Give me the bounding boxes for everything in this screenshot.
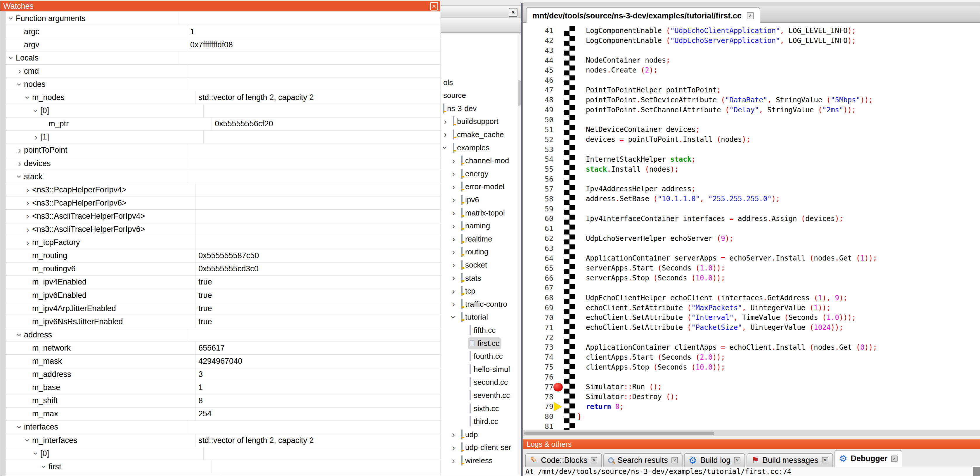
watch-row[interactable]: ›m_max254 <box>6 407 440 421</box>
tree-item-naming[interactable]: ›naming <box>441 220 517 232</box>
line-number[interactable]: 48 <box>523 96 554 104</box>
tree-item-fourth-cc[interactable]: fourth.cc <box>441 350 517 363</box>
chevron-collapsed-icon[interactable]: › <box>442 130 449 139</box>
line-number[interactable]: 76 <box>523 373 554 381</box>
chevron-collapsed-icon[interactable]: › <box>24 226 31 233</box>
watch-row[interactable]: ›m_routingv60x5555555cd3c0 <box>6 262 440 276</box>
tree-item-examples[interactable]: ›examples <box>441 141 517 154</box>
chevron-collapsed-icon[interactable]: › <box>450 300 457 308</box>
watch-row[interactable]: ›nodes <box>6 78 440 91</box>
logs-tab-search-results[interactable]: Search results✕ <box>603 453 682 466</box>
tree-item-udp[interactable]: ›udp <box>441 428 517 441</box>
tree-item-wireless[interactable]: ›wireless <box>441 454 517 467</box>
tree-item-first-cc[interactable]: first.cc <box>441 337 517 350</box>
chevron-collapsed-icon[interactable]: › <box>24 212 31 220</box>
line-number[interactable]: 69 <box>523 303 554 312</box>
watch-row[interactable]: ›argc1 <box>6 25 440 38</box>
chevron-expanded-icon[interactable]: › <box>16 424 23 431</box>
chevron-collapsed-icon[interactable]: › <box>450 287 457 296</box>
chevron-collapsed-icon[interactable]: › <box>450 260 457 269</box>
line-number[interactable]: 62 <box>523 234 554 243</box>
code-area[interactable]: 41 LogComponentEnable ("UdpEchoClientApp… <box>523 23 980 430</box>
watch-row[interactable]: ›[1] <box>6 131 440 144</box>
chevron-expanded-icon[interactable]: › <box>41 463 48 470</box>
tree-item-udp-client-ser[interactable]: ›udp-client-ser <box>441 441 517 454</box>
chevron-expanded-icon[interactable]: › <box>16 331 23 338</box>
close-icon[interactable]: ✕ <box>891 455 897 462</box>
tree-item-ns-3-dev[interactable]: ns-3-dev <box>441 102 517 115</box>
chevron-expanded-icon[interactable]: › <box>8 15 15 22</box>
watch-row[interactable]: ›devices <box>6 157 440 170</box>
chevron-collapsed-icon[interactable]: › <box>16 147 23 154</box>
line-number[interactable]: 70 <box>523 313 554 322</box>
line-number[interactable]: 45 <box>523 66 554 75</box>
line-number[interactable]: 66 <box>523 274 554 283</box>
line-number[interactable]: 53 <box>523 145 554 154</box>
close-icon[interactable]: ✕ <box>509 8 517 17</box>
line-number[interactable]: 50 <box>523 115 554 124</box>
tree-item-matrix-topol[interactable]: ›matrix-topol <box>441 206 517 219</box>
chevron-collapsed-icon[interactable]: › <box>450 222 457 230</box>
chevron-expanded-icon[interactable]: › <box>32 450 40 457</box>
chevron-collapsed-icon[interactable]: › <box>450 248 457 256</box>
watch-row[interactable]: ›[0] <box>6 447 440 460</box>
chevron-expanded-icon[interactable]: › <box>24 437 31 444</box>
watch-row[interactable]: ›m_base1 <box>6 381 440 395</box>
watch-row[interactable]: ›m_ptr0x5555555ca660 <box>6 473 440 476</box>
watch-row[interactable]: ›<ns3::AsciiTraceHelperForIpv6> <box>6 223 440 236</box>
line-number[interactable]: 65 <box>523 264 554 273</box>
watch-row[interactable]: ›<ns3::PcapHelperForIpv4> <box>6 183 440 196</box>
watch-row[interactable]: ›<ns3::PcapHelperForIpv6> <box>6 196 440 210</box>
chevron-collapsed-icon[interactable]: › <box>442 117 449 126</box>
line-number[interactable]: 71 <box>523 323 554 332</box>
chevron-collapsed-icon[interactable]: › <box>450 456 457 465</box>
logs-tab-build-messages[interactable]: ⚑Build messages✕ <box>746 453 833 466</box>
chevron-expanded-icon[interactable]: › <box>8 54 15 61</box>
watch-row[interactable]: ›[0] <box>6 104 440 118</box>
panel-splitter[interactable] <box>521 3 523 476</box>
line-number[interactable]: 43 <box>523 46 554 55</box>
line-number[interactable]: 67 <box>523 284 554 292</box>
watches-titlebar[interactable]: Watches ✕ <box>0 1 440 11</box>
watch-row[interactable]: ›m_tcpFactory <box>6 236 440 249</box>
close-icon[interactable]: ✕ <box>591 457 597 463</box>
close-icon[interactable]: ✕ <box>430 2 438 11</box>
tree-item-ipv6[interactable]: ›ipv6 <box>441 193 517 206</box>
tree-item-error-model[interactable]: ›error-model <box>441 180 517 193</box>
line-number[interactable]: 81 <box>523 422 554 430</box>
chevron-collapsed-icon[interactable]: › <box>450 274 457 283</box>
watch-row[interactable]: ›m_mask4294967040 <box>6 355 440 368</box>
tree-item-tcp[interactable]: ›tcp <box>441 285 517 298</box>
resize-grip[interactable] <box>972 466 980 476</box>
watch-row[interactable]: ›m_routing0x555555587c50 <box>6 249 440 262</box>
line-number[interactable]: 58 <box>523 195 554 203</box>
logs-tab-code-blocks[interactable]: ✎Code::Blocks✕ <box>525 453 602 466</box>
chevron-expanded-icon[interactable]: › <box>24 94 31 101</box>
line-number[interactable]: 80 <box>523 412 554 421</box>
line-number[interactable]: 55 <box>523 165 554 173</box>
tree-item-third-cc[interactable]: third.cc <box>441 415 517 428</box>
tree-item-cmake-cache[interactable]: ›cmake_cache <box>441 128 517 141</box>
close-icon[interactable]: ✕ <box>671 457 678 463</box>
line-number[interactable]: 64 <box>523 254 554 262</box>
line-number[interactable]: 75 <box>523 363 554 371</box>
chevron-expanded-icon[interactable]: › <box>449 313 458 321</box>
watch-row[interactable]: ›<ns3::AsciiTraceHelperForIpv4> <box>6 210 440 223</box>
line-number[interactable]: 77 <box>523 383 554 391</box>
line-number[interactable]: 73 <box>523 343 554 351</box>
chevron-collapsed-icon[interactable]: › <box>450 195 457 204</box>
line-number[interactable]: 51 <box>523 125 554 134</box>
tree-item-buildsupport[interactable]: ›buildsupport <box>441 115 517 128</box>
watch-row[interactable]: ›cmd <box>6 65 440 78</box>
chevron-collapsed-icon[interactable]: › <box>450 169 457 178</box>
watch-row[interactable]: ›Function arguments <box>6 12 440 25</box>
tree-item-routing[interactable]: ›routing <box>441 246 517 259</box>
logs-tab-debugger[interactable]: ⚙Debugger✕ <box>835 450 902 466</box>
watch-row[interactable]: ›first <box>6 460 440 473</box>
line-number[interactable]: 68 <box>523 294 554 302</box>
chevron-collapsed-icon[interactable]: › <box>450 235 457 243</box>
tree-item-fifth-cc[interactable]: fifth.cc <box>441 324 517 337</box>
watch-row[interactable]: ›interfaces <box>6 421 440 434</box>
line-number[interactable]: 47 <box>523 86 554 94</box>
chevron-expanded-icon[interactable]: › <box>32 107 40 114</box>
